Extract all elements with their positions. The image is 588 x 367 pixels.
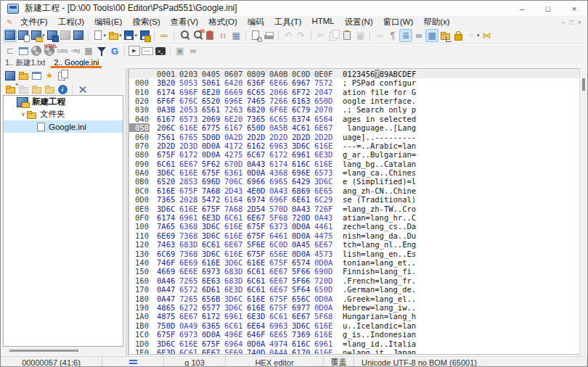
- undo-icon[interactable]: ↶: [282, 29, 295, 42]
- minimize-button[interactable]: –: [509, 1, 535, 16]
- hex-row-1C0[interactable]: 1C0675F69730D0A496E646F6E657369616Eg_is.…: [129, 330, 579, 339]
- delete-icon[interactable]: [354, 29, 367, 42]
- menu-编辑E[interactable]: 编辑(E): [89, 17, 127, 28]
- print-preview-icon[interactable]: [249, 29, 262, 42]
- hex-row-1E0[interactable]: 1E06E3D6C616E675F69740D0A4A6170616En=lan…: [129, 348, 579, 355]
- tree-item-新建工程[interactable]: 新建工程: [4, 96, 123, 108]
- explorer-tree-icon[interactable]: [438, 29, 452, 42]
- hex-row-160[interactable]: 1600A4672656E63683D6C616E675F66720D.Fren…: [129, 276, 579, 285]
- replace-icon[interactable]: ab: [190, 29, 203, 42]
- hex-row-060[interactable]: 060756167655D0D0A2D2D2D2D2D2D2D2D2Duage]…: [129, 132, 579, 141]
- show-formatting-icon[interactable]: ¶: [386, 29, 399, 42]
- google-icon[interactable]: G: [108, 44, 121, 57]
- project-tools-icon[interactable]: [75, 83, 89, 96]
- menu-查看V[interactable]: 查看(V): [166, 17, 203, 28]
- pin-icon[interactable]: ⋈: [481, 29, 494, 42]
- menu-HTML[interactable]: HTML: [306, 17, 339, 28]
- filter-icon[interactable]: [95, 44, 108, 57]
- sidebar-project-icon[interactable]: [4, 69, 17, 82]
- menu-文件F[interactable]: 文件(F): [15, 17, 53, 28]
- mdi-close-icon[interactable]: ×: [578, 19, 581, 26]
- hex-row-1D0[interactable]: 1D03D6C616E675F69640D0A4974616C6961=lang…: [129, 339, 579, 347]
- preview-glasses-icon[interactable]: ∞: [187, 44, 200, 57]
- word-wrap-icon[interactable]: ≈: [465, 29, 478, 42]
- redo-icon[interactable]: ↷: [295, 29, 308, 42]
- hex-mode-icon[interactable]: ▦: [425, 29, 438, 42]
- menu-格式O[interactable]: 格式(O): [203, 17, 242, 28]
- close-button[interactable]: ×: [561, 1, 587, 16]
- hex-row-170[interactable]: 1700A4765726D616E3D6C616E675F64650D.Germ…: [129, 285, 579, 294]
- sidebar-horizontal-scrollbar[interactable]: [3, 347, 123, 354]
- project-save-icon[interactable]: [46, 29, 59, 42]
- tab-1[interactable]: 1.. 新建1.txt: [1, 58, 49, 68]
- cut-icon[interactable]: ✂: [314, 29, 327, 42]
- hex-editor[interactable]: 000102030405060708090A0B0C0D0E0F01234567…: [128, 68, 579, 355]
- project-open-icon[interactable]: [30, 29, 43, 42]
- tag-icon[interactable]: ◁ag: [69, 44, 82, 57]
- hex-row-140[interactable]: 140746F6E69616E3D6C616E675F65740D0Atonia…: [129, 258, 579, 267]
- hex-row-150[interactable]: 15046696E6E6973683D6C616E675F66690DFinni…: [129, 267, 579, 276]
- tree-item-文件夹[interactable]: ∨文件夹: [4, 108, 123, 120]
- hex-row-090[interactable]: 0906C616E675F62670D0A436174616C616Elang_…: [129, 160, 579, 168]
- sidebar-favorites-icon[interactable]: ★: [43, 69, 56, 82]
- hex-row-010[interactable]: 0106174696F6E2066696C6520666F722047ation…: [129, 87, 579, 96]
- goto-line-icon[interactable]: (·): [216, 29, 229, 42]
- menu-设置N[interactable]: 设置(N): [340, 17, 378, 28]
- console-icon[interactable]: >_: [154, 44, 167, 57]
- text-compare-icon[interactable]: [17, 44, 30, 57]
- table-tools-icon[interactable]: ▦: [82, 44, 95, 57]
- maximize-button[interactable]: □: [535, 1, 561, 16]
- spell-check-icon[interactable]: ∞: [412, 29, 425, 42]
- code-explorer-icon[interactable]: ≔: [158, 29, 171, 42]
- hex-row-0F0[interactable]: 0F0617469616E3D6C616E675F68720D0A43atian…: [129, 213, 579, 222]
- tree-item-Google.ini[interactable]: Google.ini: [4, 120, 123, 133]
- menu-窗口W[interactable]: 窗口(W): [378, 17, 419, 28]
- hex-row-020[interactable]: 0206F6F676C6520696E746572666163650Doogle…: [129, 96, 579, 105]
- folder-open-icon[interactable]: [30, 83, 43, 96]
- hex-row-050[interactable]: 050206C616E67756167650D0A5B4C616E67 lang…: [129, 123, 579, 132]
- hex-row-0A0[interactable]: 0A03D6C616E675F63610D0A4368696E6573=lang…: [129, 168, 579, 177]
- new-file-icon[interactable]: [91, 29, 105, 42]
- search-in-files-icon[interactable]: [203, 29, 216, 42]
- hex-row-040[interactable]: 0406167657320696E2073656C6563746564ages …: [129, 115, 579, 123]
- project-log-icon[interactable]: [59, 29, 72, 42]
- frame-box-icon[interactable]: ▣: [173, 44, 187, 57]
- lock-icon[interactable]: [452, 29, 465, 42]
- hex-row-1B0[interactable]: 1B0750D0A4963656C616E6469633D6C616Eu..Ic…: [129, 321, 579, 330]
- hex-row-0B0[interactable]: 0B065202853696D706C6966696564293D6Ce (Si…: [129, 177, 579, 186]
- open-file-icon[interactable]: [107, 29, 120, 42]
- hex-row-030[interactable]: 0300A3B20536561726368206F6E6C792070.; Se…: [129, 105, 579, 114]
- line-numbers-icon[interactable]: ≣: [399, 29, 412, 42]
- menu-帮助x[interactable]: 帮助(x): [418, 17, 454, 28]
- hex-vertical-scrollbar[interactable]: [579, 68, 587, 355]
- hex-row-070[interactable]: 0702D2D2D3D0D0A4172616269633D6C616E---=.…: [129, 141, 579, 150]
- sidebar-copy-icon[interactable]: [56, 69, 69, 82]
- search-icon[interactable]: [177, 29, 190, 42]
- hex-row-120[interactable]: 1207463683D6C616E675F6E6C0D0A456E67tch=l…: [129, 240, 579, 249]
- code-reformat-icon[interactable]: ⊏: [4, 44, 17, 57]
- folder-add-icon[interactable]: +: [4, 83, 17, 96]
- auto-format-icon[interactable]: ≔: [373, 29, 386, 42]
- hex-row-080[interactable]: 080675F61720D0A42756C67617269616E3Dg_ar.…: [129, 150, 579, 159]
- copy-icon[interactable]: [327, 29, 340, 42]
- print-icon[interactable]: [262, 29, 275, 42]
- hex-row-000[interactable]: 0003B20505350616420636F6E6669677572; PSP…: [129, 78, 579, 87]
- hex-row-130[interactable]: 1306C6973683D6C616E675F656E0D0A4573lish=…: [129, 249, 579, 257]
- paste-icon[interactable]: [340, 29, 354, 42]
- pie-chart-icon[interactable]: [30, 44, 43, 57]
- org-tag-icon[interactable]: ORG: [56, 44, 69, 57]
- menu-搜索S[interactable]: 搜索(S): [127, 17, 165, 28]
- project-info-icon[interactable]: i: [56, 83, 69, 96]
- mdi-restore-icon[interactable]: □: [569, 19, 573, 26]
- chevron-down-icon[interactable]: ∨: [20, 111, 27, 117]
- mdi-minimize-icon[interactable]: –: [561, 19, 565, 26]
- save-all-icon[interactable]: [138, 29, 151, 42]
- hex-row-100[interactable]: 1007A6563683D6C616E675F63730D0A4461zech=…: [129, 222, 579, 231]
- menu-工具T[interactable]: 工具(T): [269, 17, 307, 28]
- hex-row-0D0[interactable]: 0D073652028547261646974696F6E616C29se (T…: [129, 195, 579, 204]
- menu-工程J[interactable]: 工程(J): [53, 17, 89, 28]
- sidebar-files-icon[interactable]: [17, 69, 30, 82]
- run-script-icon[interactable]: ▶: [128, 44, 141, 57]
- project-panel-icon[interactable]: [4, 29, 17, 42]
- hex-row-0C0[interactable]: 0C0616E675F7A682D434E0D0A4368696E65ang_z…: [129, 186, 579, 195]
